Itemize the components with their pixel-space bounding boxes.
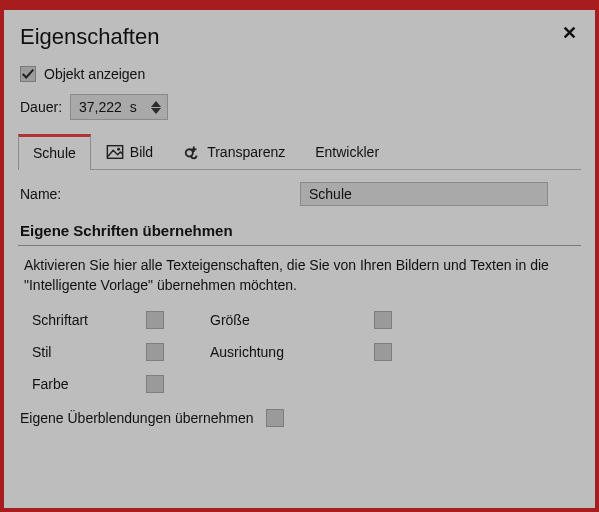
custom-fonts-heading: Eigene Schriften übernehmen (18, 220, 581, 246)
tab-schule[interactable]: Schule (18, 134, 91, 170)
show-object-checkbox[interactable] (20, 66, 36, 82)
farbe-label: Farbe (32, 376, 122, 392)
overblend-label: Eigene Überblendungen übernehmen (20, 410, 254, 426)
tab-bild[interactable]: Bild (91, 134, 168, 169)
duration-value: 37,222 (71, 99, 130, 115)
tab-label: Transparenz (207, 144, 285, 160)
stil-label: Stil (32, 344, 122, 360)
schriftart-checkbox[interactable] (146, 311, 164, 329)
tab-label: Schule (33, 145, 76, 161)
stil-checkbox[interactable] (146, 343, 164, 361)
image-icon (106, 143, 124, 161)
tab-label: Bild (130, 144, 153, 160)
groesse-checkbox[interactable] (374, 311, 392, 329)
spinner-down-icon[interactable] (151, 108, 161, 114)
overblend-checkbox[interactable] (266, 409, 284, 427)
tab-transparenz[interactable]: Transparenz (168, 134, 300, 169)
transparency-icon (183, 143, 201, 161)
ausrichtung-checkbox[interactable] (374, 343, 392, 361)
svg-point-1 (117, 148, 120, 151)
duration-spinner[interactable]: 37,222 s (70, 94, 168, 120)
close-icon[interactable]: ✕ (562, 20, 581, 42)
duration-unit: s (130, 99, 145, 115)
ausrichtung-label: Ausrichtung (210, 344, 350, 360)
farbe-checkbox[interactable] (146, 375, 164, 393)
custom-fonts-help: Aktivieren Sie hier alle Texteigenschaft… (24, 256, 575, 295)
show-object-label: Objekt anzeigen (44, 66, 145, 82)
name-input[interactable] (300, 182, 548, 206)
tab-bar: Schule Bild Transparenz Entwickler (18, 134, 581, 170)
duration-label: Dauer: (20, 99, 62, 115)
panel-title: Eigenschaften (20, 24, 159, 50)
tab-label: Entwickler (315, 144, 379, 160)
properties-panel: Eigenschaften ✕ Objekt anzeigen Dauer: 3… (0, 0, 599, 512)
spinner-up-icon[interactable] (151, 101, 161, 107)
schriftart-label: Schriftart (32, 312, 122, 328)
groesse-label: Größe (210, 312, 350, 328)
tab-entwickler[interactable]: Entwickler (300, 134, 394, 169)
name-label: Name: (20, 186, 300, 202)
